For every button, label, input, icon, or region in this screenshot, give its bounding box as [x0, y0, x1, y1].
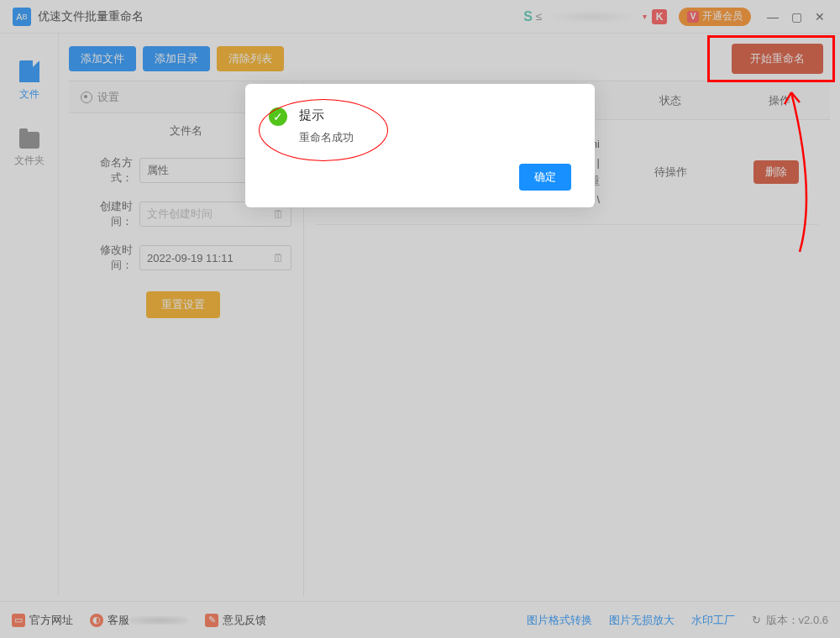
modal-dialog: ✓ 提示 重命名成功 确定	[245, 84, 595, 207]
check-circle-icon: ✓	[269, 107, 287, 126]
modal-overlay: ✓ 提示 重命名成功 确定	[0, 0, 840, 638]
modal-message: 重命名成功	[299, 130, 354, 145]
modal-title: 提示	[299, 107, 354, 123]
modal-ok-button[interactable]: 确定	[519, 164, 571, 191]
